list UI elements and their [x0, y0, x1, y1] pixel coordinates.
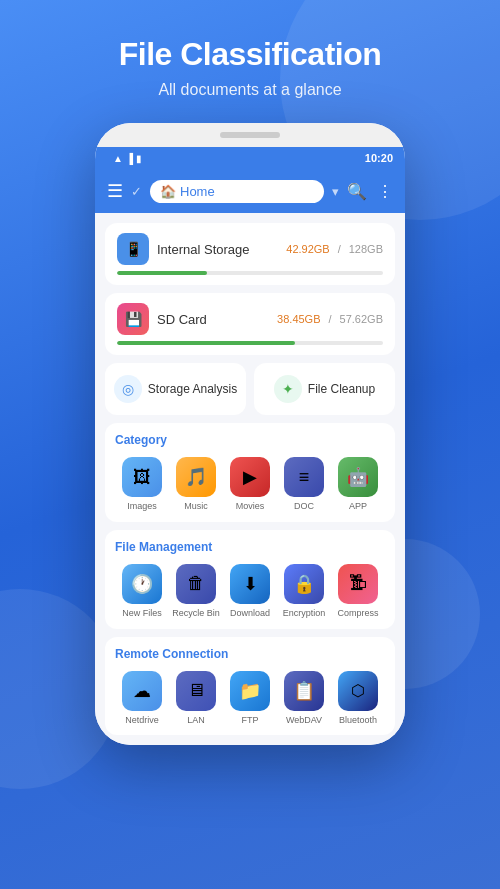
netdrive-icon: ☁ [122, 671, 162, 711]
images-label: Images [127, 501, 157, 512]
remote-grid: ☁ Netdrive 🖥 LAN 📁 FTP 📋 WebDAV [115, 671, 385, 726]
file-cleanup-button[interactable]: ✦ File Cleanup [254, 363, 395, 415]
status-time: 10:20 [365, 152, 393, 164]
internal-storage-name: Internal Storage [157, 242, 278, 257]
sd-card-card[interactable]: 💾 SD Card 38.45GB / 57.62GB [105, 293, 395, 355]
search-icon[interactable]: 🔍 [347, 182, 367, 201]
content-area: 📱 Internal Storage 42.92GB / 128GB 💾 [95, 213, 405, 745]
bluetooth-icon: ⬡ [338, 671, 378, 711]
compress-label: Compress [337, 608, 378, 619]
internal-storage-total: 128GB [349, 243, 383, 255]
internal-storage-bar [117, 271, 383, 275]
file-management-title: File Management [115, 540, 385, 554]
internal-storage-used: 42.92GB [286, 243, 329, 255]
recycle-bin-label: Recycle Bin [172, 608, 220, 619]
music-label: Music [184, 501, 208, 512]
check-icon[interactable]: ✓ [131, 184, 142, 199]
lan-label: LAN [187, 715, 205, 726]
bluetooth-label: Bluetooth [339, 715, 377, 726]
sd-card-used: 38.45GB [277, 313, 320, 325]
movies-label: Movies [236, 501, 265, 512]
webdav-label: WebDAV [286, 715, 322, 726]
file-cleanup-label: File Cleanup [308, 382, 375, 396]
lan-icon: 🖥 [176, 671, 216, 711]
storage-analysis-icon: ◎ [114, 375, 142, 403]
download-icon: ⬇ [230, 564, 270, 604]
ftp-label: FTP [242, 715, 259, 726]
sd-card-total: 57.62GB [340, 313, 383, 325]
phone-notch-area [95, 123, 405, 147]
app-icon: 🤖 [338, 457, 378, 497]
quick-actions: ◎ Storage Analysis ✦ File Cleanup [105, 363, 395, 415]
category-title: Category [115, 433, 385, 447]
new-files-item[interactable]: 🕐 New Files [118, 564, 166, 619]
internal-storage-card[interactable]: 📱 Internal Storage 42.92GB / 128GB [105, 223, 395, 285]
doc-icon: ≡ [284, 457, 324, 497]
remote-title: Remote Connection [115, 647, 385, 661]
ftp-icon: 📁 [230, 671, 270, 711]
signal-icon: ▐ [126, 153, 133, 164]
sd-card-fill [117, 341, 295, 345]
ftp-item[interactable]: 📁 FTP [226, 671, 274, 726]
download-label: Download [230, 608, 270, 619]
compress-item[interactable]: 🗜 Compress [334, 564, 382, 619]
bluetooth-item[interactable]: ⬡ Bluetooth [334, 671, 382, 726]
phone-notch [220, 132, 280, 138]
download-item[interactable]: ⬇ Download [226, 564, 274, 619]
remote-section: Remote Connection ☁ Netdrive 🖥 LAN 📁 FTP [105, 637, 395, 736]
lan-item[interactable]: 🖥 LAN [172, 671, 220, 726]
encryption-label: Encryption [283, 608, 326, 619]
wifi-icon: ▲ [113, 153, 123, 164]
status-bar: ▲ ▐ ▮ 10:20 [95, 147, 405, 169]
category-section: Category 🖼 Images 🎵 Music ▶ Movies [105, 423, 395, 522]
images-icon: 🖼 [122, 457, 162, 497]
category-doc[interactable]: ≡ DOC [280, 457, 328, 512]
home-button[interactable]: 🏠 Home [150, 180, 324, 203]
internal-storage-icon: 📱 [117, 233, 149, 265]
more-options-icon[interactable]: ⋮ [377, 182, 393, 201]
home-icon: 🏠 [160, 184, 176, 199]
recycle-bin-icon: 🗑 [176, 564, 216, 604]
file-management-section: File Management 🕐 New Files 🗑 Recycle Bi… [105, 530, 395, 629]
new-files-icon: 🕐 [122, 564, 162, 604]
battery-icon: ▮ [136, 153, 142, 164]
topbar: ☰ ✓ 🏠 Home ▾ 🔍 ⋮ [95, 169, 405, 213]
file-management-grid: 🕐 New Files 🗑 Recycle Bin ⬇ Download 🔒 E… [115, 564, 385, 619]
music-icon: 🎵 [176, 457, 216, 497]
doc-label: DOC [294, 501, 314, 512]
category-music[interactable]: 🎵 Music [172, 457, 220, 512]
folder-icon[interactable]: ▾ [332, 184, 339, 199]
webdav-icon: 📋 [284, 671, 324, 711]
storage-analysis-label: Storage Analysis [148, 382, 237, 396]
category-images[interactable]: 🖼 Images [118, 457, 166, 512]
status-icons: ▲ ▐ ▮ [113, 153, 142, 164]
compress-icon: 🗜 [338, 564, 378, 604]
app-label: APP [349, 501, 367, 512]
sd-card-icon: 💾 [117, 303, 149, 335]
phone-frame: ▲ ▐ ▮ 10:20 ☰ ✓ 🏠 Home ▾ 🔍 ⋮ [95, 123, 405, 745]
category-app[interactable]: 🤖 APP [334, 457, 382, 512]
netdrive-label: Netdrive [125, 715, 159, 726]
home-label: Home [180, 184, 215, 199]
storage-analysis-button[interactable]: ◎ Storage Analysis [105, 363, 246, 415]
recycle-bin-item[interactable]: 🗑 Recycle Bin [172, 564, 220, 619]
menu-icon[interactable]: ☰ [107, 180, 123, 202]
internal-storage-fill [117, 271, 207, 275]
sd-card-name: SD Card [157, 312, 269, 327]
new-files-label: New Files [122, 608, 162, 619]
file-cleanup-icon: ✦ [274, 375, 302, 403]
encryption-icon: 🔒 [284, 564, 324, 604]
topbar-actions: 🔍 ⋮ [347, 182, 393, 201]
sd-card-bar [117, 341, 383, 345]
encryption-item[interactable]: 🔒 Encryption [280, 564, 328, 619]
netdrive-item[interactable]: ☁ Netdrive [118, 671, 166, 726]
category-grid: 🖼 Images 🎵 Music ▶ Movies ≡ DOC [115, 457, 385, 512]
category-movies[interactable]: ▶ Movies [226, 457, 274, 512]
movies-icon: ▶ [230, 457, 270, 497]
webdav-item[interactable]: 📋 WebDAV [280, 671, 328, 726]
